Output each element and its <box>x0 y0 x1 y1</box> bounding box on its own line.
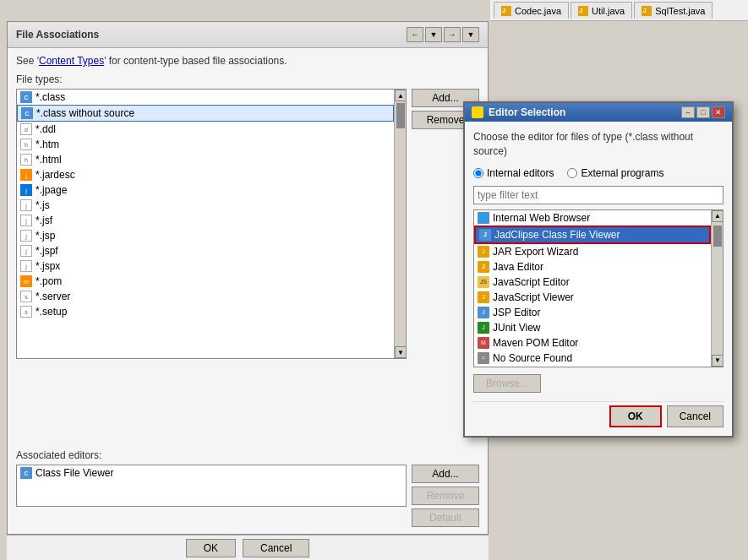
list-item-htm[interactable]: h *.htm <box>17 137 394 152</box>
file-type-jspf: *.jspf <box>35 245 58 257</box>
doc-icon-3: h <box>20 154 32 166</box>
editors-list-container: 🌐 Internal Web Browser J JadClipse Class… <box>473 209 723 367</box>
list-item-js[interactable]: j *.js <box>17 198 394 213</box>
editors-scrollbar[interactable]: ▲ ▼ <box>711 210 723 367</box>
jar-icon: j <box>20 169 32 181</box>
list-item-pom[interactable]: m *.pom <box>17 274 394 289</box>
description: See 'Content Types' for content-type bas… <box>16 55 479 67</box>
editor-item-js-editor[interactable]: JS JavaScript Editor <box>474 275 711 290</box>
list-item-jspx[interactable]: j *.jspx <box>17 258 394 274</box>
editor-item-java-editor[interactable]: J Java Editor <box>474 259 711 275</box>
browse-button[interactable]: Browse... <box>473 374 541 393</box>
list-item-jsp[interactable]: j *.jsp <box>17 228 394 243</box>
editor-js-viewer-label: JavaScript Viewer <box>493 291 574 303</box>
tab-codec-java[interactable]: J Codec.java <box>494 2 569 19</box>
list-item-jsf[interactable]: j *.jsf <box>17 213 394 228</box>
radio-group: Internal editors External programs <box>473 167 723 179</box>
jsf-icon: j <box>20 215 32 226</box>
external-programs-radio[interactable] <box>567 168 577 178</box>
scroll-down[interactable]: ▼ <box>395 346 407 358</box>
tab-util-java[interactable]: J Util.java <box>571 2 632 19</box>
assoc-add-button[interactable]: Add... <box>412 465 479 483</box>
editor-item-maven[interactable]: M Maven POM Editor <box>474 335 711 351</box>
dialog-cancel-button[interactable]: Cancel <box>667 405 723 427</box>
file-type-html: *.html <box>35 154 62 166</box>
assoc-editor-item[interactable]: C Class File Viewer <box>17 465 406 481</box>
tab-sqltest-java[interactable]: J SqlTest.java <box>634 2 713 19</box>
file-assoc-cancel-button[interactable]: Cancel <box>243 539 309 557</box>
list-item-jpage[interactable]: j *.jpage <box>17 182 394 198</box>
dialog-body: Choose the editor for files of type (*.c… <box>465 122 732 436</box>
file-types-scrollbar[interactable]: ▲ ▼ <box>394 90 406 358</box>
file-type-jspx: *.jspx <box>35 260 60 272</box>
file-type-htm: *.htm <box>35 139 59 150</box>
editor-item-jsp-editor[interactable]: J JSP Editor <box>474 305 711 320</box>
list-item-ddl[interactable]: d *.ddl <box>17 122 394 137</box>
jsp-icon: j <box>20 230 32 242</box>
tab-bar: J Codec.java J Util.java J SqlTest.java <box>490 0 748 21</box>
file-assoc-ok-button[interactable]: OK <box>186 539 236 557</box>
scroll-up[interactable]: ▲ <box>395 90 407 101</box>
editor-maven-label: Maven POM Editor <box>493 337 578 349</box>
jspf-icon: j <box>20 245 32 257</box>
editor-item-junit[interactable]: J JUnit View <box>474 320 711 335</box>
editor-java-editor-label: Java Editor <box>493 261 543 273</box>
dialog-close-button[interactable]: ✕ <box>712 106 725 118</box>
editors-scroll-down[interactable]: ▼ <box>712 355 723 367</box>
browse-section: Browse... <box>473 374 723 393</box>
editor-jar-export-label: JAR Export Wizard <box>493 246 578 258</box>
file-type-jsp: *.jsp <box>35 230 55 242</box>
file-types-section: C *.class C *.class without source d *.d… <box>16 89 479 441</box>
filter-input[interactable] <box>473 186 723 204</box>
junit-icon: J <box>478 322 489 334</box>
editor-item-no-source[interactable]: = No Source Found <box>474 351 711 366</box>
file-types-list: C *.class C *.class without source d *.d… <box>17 90 394 358</box>
nosrc-icon: = <box>478 352 489 364</box>
file-types-list-container: C *.class C *.class without source d *.d… <box>16 89 407 359</box>
file-types-label: File types: <box>16 73 479 85</box>
editor-item-js-viewer[interactable]: J JavaScript Viewer <box>474 290 711 305</box>
list-item-jspf[interactable]: j *.jspf <box>17 243 394 258</box>
file-type-server: *.server <box>35 291 70 302</box>
file-associations-window: File Associations ← ▼ → ▼ See 'Content T… <box>7 21 489 535</box>
file-type-label: *.class <box>35 91 65 103</box>
editor-item-jar-export[interactable]: J JAR Export Wizard <box>474 244 711 259</box>
list-item-setup[interactable]: s *.setup <box>17 304 394 319</box>
assoc-default-button[interactable]: Default <box>412 508 479 527</box>
editors-scroll-up[interactable]: ▲ <box>712 210 723 222</box>
file-type-ddl: *.ddl <box>35 123 56 135</box>
internal-editors-radio[interactable] <box>473 168 483 178</box>
dialog-description: Choose the editor for files of type (*.c… <box>473 130 723 159</box>
dialog-ok-button[interactable]: OK <box>609 405 662 427</box>
list-item-server[interactable]: s *.server <box>17 289 394 304</box>
internal-editors-radio-label[interactable]: Internal editors <box>473 167 554 179</box>
back-button[interactable]: ← <box>407 27 423 42</box>
tab-util-label: Util.java <box>592 6 625 16</box>
js-editor-icon: JS <box>478 276 489 288</box>
editor-no-source-label: No Source Found <box>493 352 572 364</box>
jpage-icon: j <box>20 184 32 196</box>
forward-button[interactable]: → <box>444 27 461 42</box>
external-programs-radio-label[interactable]: External programs <box>567 167 663 179</box>
editor-web-browser-label: Internal Web Browser <box>493 212 590 224</box>
content-types-link[interactable]: Content Types <box>39 55 104 67</box>
dropdown-button[interactable]: ▼ <box>425 27 442 42</box>
dialog-minimize-button[interactable]: – <box>681 106 695 118</box>
dialog-maximize-button[interactable]: □ <box>696 106 710 118</box>
expand-button[interactable]: ▼ <box>462 27 479 42</box>
list-item-html[interactable]: h *.html <box>17 152 394 167</box>
pom-icon: m <box>20 275 32 287</box>
editors-list: 🌐 Internal Web Browser J JadClipse Class… <box>474 210 711 367</box>
maven-icon: M <box>478 337 489 349</box>
list-item-jardesc[interactable]: j *.jardesc <box>17 167 394 182</box>
list-item[interactable]: C *.class <box>17 90 394 105</box>
assoc-remove-button[interactable]: Remove <box>412 487 479 505</box>
editor-item-jadclipse[interactable]: J JadClipse Class File Viewer <box>474 226 711 244</box>
editor-item-web-browser[interactable]: 🌐 Internal Web Browser <box>474 210 711 226</box>
list-item-class-without-source[interactable]: C *.class without source <box>17 105 394 122</box>
jadclipse-icon: J <box>479 229 491 241</box>
editor-jsp-editor-label: JSP Editor <box>493 307 540 318</box>
desc-prefix: See ' <box>16 55 39 67</box>
editor-junit-label: JUnit View <box>493 322 540 334</box>
assoc-label: Associated editors: <box>16 449 479 461</box>
